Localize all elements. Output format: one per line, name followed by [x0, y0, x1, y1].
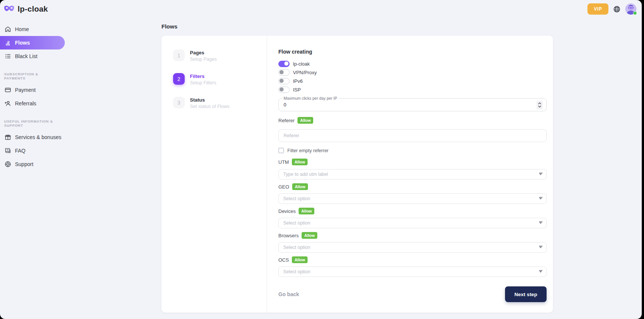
- sidebar-item-label: Black List: [15, 53, 37, 59]
- toggle-row-vpn-proxy: VPN/Proxy: [278, 68, 547, 76]
- sidebar-item-faq[interactable]: ?! FAQ: [0, 144, 66, 157]
- topbar-actions: VIP: [587, 3, 637, 15]
- credit-card-icon: [4, 87, 11, 94]
- chevron-down-icon[interactable]: [539, 198, 542, 200]
- form-title: Flow creating: [278, 49, 547, 55]
- toggle-label: IPv6: [293, 78, 303, 84]
- gift-icon: [4, 134, 11, 141]
- filter-empty-referrer-label: Filter empty referrer: [287, 148, 329, 153]
- filter-empty-referrer-row: Filter empty referrer: [278, 148, 547, 153]
- isp-toggle[interactable]: [278, 87, 290, 93]
- step-subtitle: Setup Filters: [190, 80, 216, 85]
- sidebar-section-useful: USEFUL INFORMATION & SUPPORT: [4, 119, 66, 127]
- toggle-label: VPN/Proxy: [293, 70, 317, 75]
- flow-form: Flow creating lp-cloak VPN/Proxy IPv6: [267, 36, 553, 313]
- brand: lp-cloak: [4, 4, 48, 13]
- toggle-label: lp-cloak: [293, 61, 310, 67]
- utm-allow-badge[interactable]: Allow: [292, 159, 308, 165]
- step-status[interactable]: 3 Status Set status of Flows: [173, 97, 267, 109]
- sidebar-item-support[interactable]: Support: [0, 157, 66, 171]
- max-clicks-label: Maximum clicks per day per IP: [282, 96, 339, 100]
- sidebar-item-payment[interactable]: Payment: [0, 83, 66, 97]
- language-globe-icon[interactable]: [613, 6, 620, 13]
- lp-cloak-toggle[interactable]: [278, 61, 290, 67]
- filter-empty-referrer-checkbox[interactable]: [278, 148, 284, 153]
- toggle-row-lp-cloak: lp-cloak: [278, 60, 547, 68]
- vpn-proxy-toggle[interactable]: [278, 69, 290, 76]
- chevron-down-icon[interactable]: [539, 247, 542, 249]
- sidebar-item-home[interactable]: Home: [0, 22, 66, 36]
- lifebuoy-icon: [4, 161, 11, 168]
- faq-bubble-icon: ?!: [4, 147, 11, 154]
- devices-select-input[interactable]: [278, 218, 547, 228]
- stage: lp-cloak VIP: [0, 0, 644, 319]
- mask-logo-icon: [4, 5, 15, 13]
- brand-name: lp-cloak: [18, 4, 48, 13]
- browsers-select: [278, 242, 547, 253]
- ipv6-toggle[interactable]: [278, 78, 290, 84]
- step-pages[interactable]: 1 Pages Setup Pages: [173, 49, 267, 62]
- stepper: 1 Pages Setup Pages 2 Filters Setup Filt…: [161, 36, 267, 313]
- go-back-button[interactable]: Go back: [278, 291, 299, 297]
- sidebar-item-black-list[interactable]: Black List: [0, 49, 66, 63]
- geo-label: GEO: [278, 184, 289, 190]
- ocs-allow-badge[interactable]: Allow: [292, 256, 308, 263]
- list-icon: [4, 53, 11, 60]
- geo-select: [278, 193, 547, 204]
- sidebar-item-label: Services & bonuses: [15, 134, 61, 140]
- referer-label-row: Referer Allow: [278, 117, 547, 124]
- browsers-label-row: Browsers Allow: [278, 232, 547, 239]
- utm-combo: [278, 169, 547, 180]
- toggle-label: ISP: [293, 87, 301, 93]
- next-step-button[interactable]: Next step: [505, 286, 547, 302]
- sidebar-item-label: Payment: [15, 87, 36, 93]
- avatar[interactable]: [625, 3, 637, 15]
- sidebar-item-referrals[interactable]: Referrals: [0, 97, 66, 110]
- step-subtitle: Setup Pages: [190, 57, 217, 62]
- ocs-select: [278, 267, 547, 277]
- ocs-label-row: OCS Allow: [278, 256, 547, 263]
- app-window: lp-cloak VIP: [0, 0, 642, 319]
- step-filters[interactable]: 2 Filters Setup Filters: [173, 73, 267, 85]
- devices-allow-badge[interactable]: Allow: [299, 208, 314, 214]
- flow-card: 1 Pages Setup Pages 2 Filters Setup Filt…: [161, 36, 553, 313]
- step-subtitle: Set status of Flows: [190, 104, 230, 109]
- chevron-down-icon[interactable]: [539, 222, 542, 224]
- form-footer: Go back Next step: [278, 286, 547, 302]
- ocs-select-input[interactable]: [278, 267, 547, 277]
- max-clicks-field: Maximum clicks per day per IP: [278, 98, 547, 111]
- step-number: 1: [173, 49, 185, 61]
- chevron-down-icon[interactable]: [539, 271, 542, 273]
- main-content: Flows 1 Pages Setup Pages 2: [66, 18, 642, 313]
- utm-input[interactable]: [278, 169, 547, 180]
- utm-label: UTM: [278, 159, 289, 165]
- toggle-row-isp: ISP: [278, 85, 547, 94]
- home-icon: [4, 26, 11, 33]
- vip-button[interactable]: VIP: [587, 3, 608, 15]
- chevron-down-icon[interactable]: [539, 174, 542, 175]
- sidebar-item-label: FAQ: [15, 148, 25, 154]
- browsers-select-input[interactable]: [278, 242, 547, 253]
- geo-label-row: GEO Allow: [278, 183, 547, 190]
- toggle-row-ipv6: IPv6: [278, 77, 547, 85]
- step-number: 2: [173, 73, 185, 85]
- sidebar-item-flows[interactable]: Flows: [0, 36, 65, 49]
- section-label-text: SUBSCRIPTION & PAYMENTS: [4, 72, 57, 80]
- step-title: Pages: [190, 49, 217, 55]
- section-label-text: USEFUL INFORMATION & SUPPORT: [4, 119, 57, 127]
- referer-allow-badge[interactable]: Allow: [297, 117, 313, 124]
- sidebar-item-label: Flows: [15, 40, 30, 46]
- sidebar: Home Flows: [0, 18, 66, 171]
- online-status-dot: [633, 11, 637, 15]
- number-stepper[interactable]: [536, 100, 543, 109]
- sidebar-item-services-bonuses[interactable]: Services & bonuses: [0, 130, 66, 144]
- max-clicks-input[interactable]: [279, 102, 536, 108]
- step-title: Filters: [190, 73, 216, 79]
- geo-select-input[interactable]: [278, 193, 547, 204]
- referer-input[interactable]: [278, 129, 547, 142]
- sidebar-item-label: Referrals: [15, 100, 36, 106]
- browsers-allow-badge[interactable]: Allow: [302, 232, 317, 239]
- referer-label: Referer: [278, 118, 294, 123]
- geo-allow-badge[interactable]: Allow: [292, 183, 308, 190]
- flows-icon: [4, 39, 11, 46]
